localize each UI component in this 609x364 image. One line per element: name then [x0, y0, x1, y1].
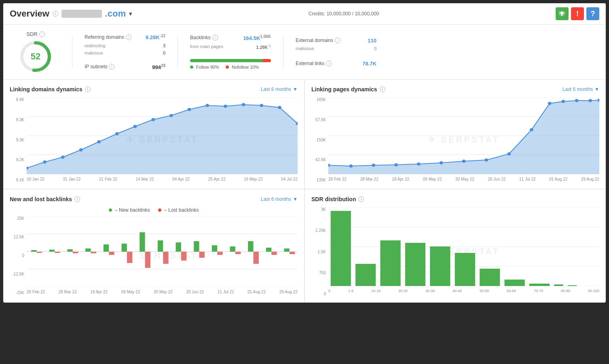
- svg-rect-59: [230, 246, 235, 252]
- svg-rect-58: [212, 245, 217, 252]
- sdr-distribution-panel: SDR distribution i 3K2.25K1.5K7500 ✈ SER…: [304, 189, 606, 303]
- linking-pages-info[interactable]: i: [380, 86, 385, 92]
- redirecting-value: 3: [163, 43, 165, 48]
- divider-3: [283, 36, 283, 68]
- header-icons: 🕷 ! ?: [556, 7, 599, 20]
- svg-rect-63: [37, 252, 42, 253]
- main-container: Overview i .com ▾ Credits: 10,000,000 / …: [3, 3, 606, 303]
- backlinks-group: Backlinks i 164.5K1.06K from main pages …: [190, 34, 271, 70]
- ext-domains-info-icon[interactable]: i: [335, 38, 340, 43]
- svg-point-38: [548, 102, 552, 105]
- sdr-dist-chart-area: ✈ SERPSTAT: [328, 207, 599, 296]
- svg-point-40: [575, 99, 579, 102]
- domain-dropdown-icon[interactable]: ▾: [129, 11, 132, 17]
- linking-pages-panel: Linking pages dynamics i Last 6 months ▼…: [304, 80, 606, 189]
- sdr-dist-y-axis: 3K2.25K1.5K7500: [311, 207, 328, 296]
- linking-domains-title: Linking domains dynamics i: [10, 86, 91, 93]
- linking-domains-info[interactable]: i: [85, 86, 91, 92]
- overview-info-icon[interactable]: i: [53, 11, 58, 17]
- svg-point-9: [61, 156, 65, 159]
- svg-point-30: [372, 164, 375, 167]
- svg-point-17: [205, 104, 209, 107]
- linking-domains-header: Linking domains dynamics i Last 6 months…: [10, 86, 298, 93]
- svg-point-19: [242, 103, 245, 106]
- from-main-value: 1.28K-1: [256, 44, 271, 50]
- follow-dot: [190, 65, 193, 69]
- svg-rect-67: [109, 252, 114, 255]
- referring-info-icon[interactable]: i: [126, 34, 131, 40]
- sdr-label: SDR i: [26, 31, 44, 37]
- malicious-label: malicious: [85, 50, 103, 55]
- svg-rect-60: [248, 241, 253, 252]
- backlinks-panel: New and lost backlinks i Last 6 months ▼…: [3, 189, 304, 303]
- new-backlinks-dot: [109, 208, 112, 212]
- external-domains-label: External domains i: [296, 38, 340, 43]
- ip-subnets-info-icon[interactable]: i: [109, 64, 114, 69]
- linking-domains-filter[interactable]: Last 6 months ▼: [261, 86, 298, 92]
- external-links-row: External links i 78.7K: [296, 61, 376, 67]
- svg-point-20: [260, 104, 263, 107]
- svg-rect-51: [85, 248, 91, 252]
- malicious-row: malicious 0: [85, 50, 165, 55]
- divider-1: [72, 36, 72, 68]
- linking-pages-chart-container: 165K57.5K150K42.5K135K ✈ SERPSTAT: [311, 97, 599, 182]
- referring-domains-label: Referring domains i: [85, 34, 131, 40]
- alert-button[interactable]: !: [571, 7, 584, 20]
- sdr-info-icon[interactable]: i: [39, 32, 45, 37]
- external-links-label: External links i: [296, 61, 332, 66]
- spider-button[interactable]: 🕷: [556, 7, 569, 20]
- svg-rect-76: [271, 252, 277, 255]
- sdr-dist-info[interactable]: i: [358, 196, 364, 202]
- from-main-row: from main pages 1.28K-1: [190, 44, 271, 50]
- nofollow-dot: [226, 65, 229, 69]
- ext-malicious-label: malicious: [296, 46, 314, 51]
- backlinks-filter[interactable]: Last 6 months ▼: [261, 196, 298, 202]
- svg-rect-93: [568, 285, 577, 286]
- linking-domains-x-axis: 10 Jan 2231 Jan 2221 Feb 2214 Mar 2204 A…: [27, 177, 298, 181]
- linking-domains-panel: Linking domains dynamics i Last 6 months…: [3, 80, 304, 189]
- svg-point-34: [462, 160, 466, 163]
- svg-point-36: [507, 152, 511, 156]
- svg-rect-52: [104, 244, 109, 252]
- linking-pages-y-axis: 165K57.5K150K42.5K135K: [311, 97, 328, 182]
- svg-point-13: [133, 125, 137, 128]
- svg-point-14: [151, 118, 155, 121]
- svg-rect-66: [91, 252, 96, 253]
- referring-domains-value: 9.28K-12: [146, 34, 165, 40]
- charts-grid: Linking domains dynamics i Last 6 months…: [3, 80, 606, 303]
- ip-subnets-label: IP subnets i: [85, 64, 114, 69]
- svg-rect-48: [31, 250, 36, 252]
- backlinks-info-icon[interactable]: i: [212, 35, 218, 40]
- backlinks-label: Backlinks i: [190, 35, 218, 40]
- svg-point-33: [440, 161, 443, 164]
- linking-pages-filter[interactable]: Last 6 months ▼: [562, 86, 599, 92]
- external-domains-row: External domains i 110: [296, 38, 376, 44]
- backlinks-chart-info[interactable]: i: [74, 196, 80, 202]
- linking-domains-chart-container: 9.4K9.3K9.3K9.2K9.1K ✈ SERPSTAT: [10, 97, 298, 182]
- svg-rect-68: [127, 252, 132, 263]
- svg-rect-57: [194, 241, 199, 252]
- svg-rect-72: [199, 252, 205, 258]
- question-button[interactable]: ?: [586, 7, 599, 20]
- svg-point-32: [417, 162, 421, 166]
- follow-bar-visual: [190, 59, 271, 62]
- svg-point-41: [588, 99, 592, 102]
- svg-point-21: [278, 106, 281, 109]
- lost-backlinks-legend: – Lost backlinks: [158, 207, 199, 213]
- backlinks-legend: – New backlinks – Lost backlinks: [10, 207, 298, 213]
- svg-rect-71: [181, 252, 186, 261]
- ip-subnets-row: IP subnets i 99428: [85, 63, 165, 70]
- svg-rect-75: [254, 252, 259, 264]
- sdr-dist-chart-container: 3K2.25K1.5K7500 ✈ SERPSTAT: [311, 207, 599, 296]
- ext-links-info-icon[interactable]: i: [326, 61, 332, 66]
- credits-info: Credits: 10,000,000 / 10,000,000: [309, 11, 379, 17]
- sdr-dist-title: SDR distribution i: [311, 196, 364, 202]
- backlinks-chart-area: ✈ SERPSTAT: [27, 216, 298, 295]
- referring-domains-row: Referring domains i 9.28K-12: [85, 34, 165, 40]
- svg-rect-69: [145, 252, 150, 268]
- sdr-value: 52: [31, 51, 40, 62]
- svg-rect-87: [430, 246, 450, 286]
- header-left: Overview i .com ▾: [10, 8, 132, 19]
- sdr-circle: 52: [19, 40, 52, 73]
- svg-point-8: [43, 160, 47, 164]
